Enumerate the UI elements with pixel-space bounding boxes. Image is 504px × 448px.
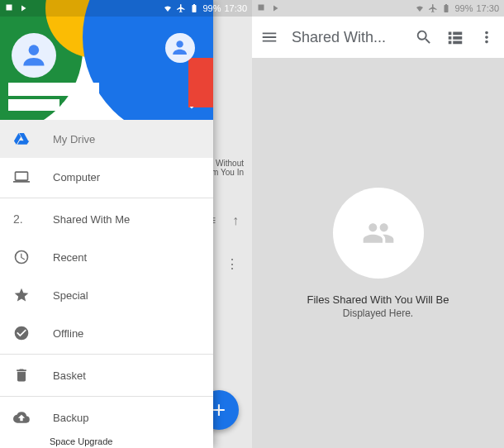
drive-icon — [13, 131, 30, 147]
drawer-item-label: Computer — [53, 171, 100, 183]
list-view-icon — [446, 28, 464, 46]
up-arrow-icon[interactable]: ↑ — [232, 213, 239, 228]
drawer-item-computer[interactable]: Computer — [0, 158, 213, 196]
chevron-down-icon — [187, 102, 197, 112]
secondary-avatar[interactable] — [165, 33, 195, 63]
search-icon — [415, 28, 433, 46]
empty-message-line2: Displayed Here. — [343, 307, 413, 319]
statusbar-left — [5, 3, 28, 13]
drawer-item-label: Shared With Me — [53, 213, 130, 226]
account-email[interactable]: @gmail.com — [8, 99, 107, 111]
svg-rect-3 — [259, 5, 264, 11]
people-icon: 2. — [13, 212, 30, 226]
wifi-icon — [415, 3, 425, 13]
drawer-item-label: Recent — [53, 251, 87, 264]
account-dropdown[interactable] — [187, 101, 197, 116]
statusbar: 99% 17:30 — [0, 0, 252, 17]
battery-icon — [189, 3, 199, 13]
clock-icon — [13, 249, 30, 265]
drawer-item-basket[interactable]: Basket — [0, 356, 213, 394]
svg-point-2 — [177, 41, 183, 48]
empty-state: Files Shared With You Will Be Displayed … — [252, 58, 504, 448]
computer-icon — [13, 169, 30, 185]
people-icon — [358, 217, 399, 250]
more-vert-icon — [478, 28, 496, 46]
notification-icon-2 — [18, 3, 28, 13]
drawer-item-label: My Drive — [53, 133, 95, 145]
svg-rect-0 — [7, 5, 12, 11]
hamburger-menu-button[interactable] — [260, 28, 278, 46]
statusbar: 99% 17:30 — [252, 0, 504, 17]
airplane-icon — [176, 3, 186, 13]
search-button[interactable] — [415, 28, 433, 46]
divider — [0, 354, 213, 355]
battery-icon — [441, 3, 451, 13]
screen-right: 99% 17:30 Shared With... Files Shared Wi… — [252, 0, 504, 448]
view-toggle-button[interactable] — [446, 28, 464, 46]
wifi-icon — [163, 3, 173, 13]
account-name-redacted — [8, 83, 99, 96]
drawer-item-special[interactable]: Special — [0, 276, 213, 314]
divider — [0, 198, 213, 198]
trash-icon — [13, 367, 30, 384]
drawer-item-space-upgrade[interactable]: Space Upgrade archiviazione — [0, 436, 213, 448]
statusbar-left — [257, 3, 280, 13]
primary-avatar[interactable] — [12, 33, 56, 78]
battery-percentage: 99% — [454, 3, 473, 13]
dual-screenshot-container: 99% 17:30 To Without From You In ≡ ↑ ⋮ + — [0, 0, 504, 448]
offline-icon — [13, 325, 30, 341]
notification-icon-1 — [5, 3, 15, 13]
statusbar-right: 99% 17:30 — [415, 3, 499, 13]
empty-message-line1: Files Shared With You Will Be — [307, 293, 449, 306]
app-toolbar: Shared With... — [252, 17, 504, 58]
drawer-item-label: Special — [53, 289, 88, 302]
hamburger-icon — [260, 28, 278, 46]
notification-icon-2 — [270, 3, 280, 13]
more-options-button[interactable] — [478, 28, 496, 46]
drawer-item-shared-with-me[interactable]: 2. Shared With Me — [0, 200, 213, 238]
drawer-item-label: Basket — [53, 369, 86, 382]
drawer-item-label: Offline — [53, 327, 83, 340]
person-icon — [18, 40, 50, 71]
navigation-drawer: @gmail.com My Drive Computer 2. — [0, 0, 213, 448]
cloud-upload-icon — [13, 409, 30, 426]
svg-point-1 — [29, 45, 40, 55]
airplane-icon — [428, 3, 438, 13]
content-area: Files Shared With You Will Be Displayed … — [252, 58, 504, 448]
upgrade-line1: Space Upgrade — [50, 436, 112, 446]
drawer-item-recent[interactable]: Recent — [0, 238, 213, 276]
battery-percentage: 99% — [202, 3, 221, 13]
page-title: Shared With... — [292, 29, 402, 46]
email-local-redacted — [8, 99, 59, 111]
drawer-item-backup[interactable]: Backup — [0, 398, 213, 436]
clock-time: 17:30 — [476, 3, 499, 13]
star-icon — [13, 287, 30, 303]
drawer-item-my-drive[interactable]: My Drive — [0, 120, 213, 158]
plus-icon: + — [212, 397, 226, 423]
divider — [0, 396, 213, 397]
drawer-item-label: Backup — [53, 412, 88, 424]
drawer-header: @gmail.com — [0, 0, 213, 120]
empty-state-graphic — [333, 188, 424, 279]
email-domain: @gmail.com — [61, 101, 107, 110]
statusbar-right: 99% 17:30 — [163, 3, 247, 13]
notification-icon-1 — [257, 3, 267, 13]
drawer-items-list: My Drive Computer 2. Shared With Me Rece… — [0, 120, 213, 448]
screen-left: 99% 17:30 To Without From You In ≡ ↑ ⋮ + — [0, 0, 252, 448]
clock-time: 17:30 — [224, 3, 247, 13]
drawer-item-offline[interactable]: Offline — [0, 314, 213, 352]
person-icon — [169, 37, 190, 58]
